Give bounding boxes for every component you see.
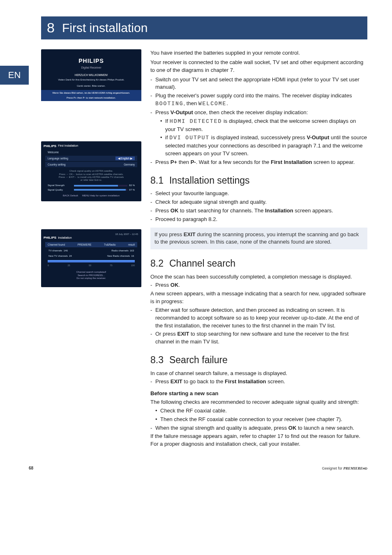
chapter-title: First installation [62, 19, 148, 37]
intro-step-4: Press P+ then P-. Wait for a few seconds… [150, 159, 367, 166]
footer-brand: Geeignet für PREMIEREHD [322, 466, 367, 471]
screenshot-installation: 18 July 2007 – 12:45 PHILIPS Installatio… [41, 229, 141, 287]
chapter-banner: 8 First installation [41, 16, 367, 39]
page-number: 68 [29, 465, 33, 472]
display-welcome: WELCOME [198, 101, 227, 107]
display-dvi-output: DVI OUTPUT [169, 135, 210, 141]
screenshot-first-install: PHILIPS First Installation Welcome Langu… [41, 141, 141, 202]
intro-p1: You have inserted the batteries supplied… [150, 49, 367, 57]
display-booting: BOOTING [155, 101, 184, 107]
chapter-number: 8 [41, 18, 62, 38]
display-hdmi-detected: HDMI DETECTED [170, 118, 222, 124]
intro-step-3: Press V-Output once, then check the rece… [150, 109, 367, 158]
section-8-3-heading: 8.3Search failure [150, 353, 367, 367]
page-footer: 68 Geeignet für PREMIEREHD [29, 465, 367, 472]
section-8-2-heading: 8.2Channel search [150, 257, 367, 270]
language-tab: EN [0, 66, 29, 85]
logo-text: PHILIPS [45, 57, 137, 65]
intro-step-1: Switch on your TV set and select the app… [150, 76, 367, 92]
screenshot-welcome: PHILIPS Digital Receiver HERZLICH WILLKO… [41, 49, 141, 101]
note-exit-scanning: If you press EXIT during the scanning pr… [150, 228, 367, 250]
section-8-1-heading: 8.1Installation settings [150, 174, 367, 187]
subhead-before-new-scan: Before starting a new scan [150, 390, 367, 398]
intro-step-2: Plug the receiver's power supply cord in… [150, 92, 367, 108]
intro-p2: Your receiver is connected to the cable … [150, 59, 367, 74]
